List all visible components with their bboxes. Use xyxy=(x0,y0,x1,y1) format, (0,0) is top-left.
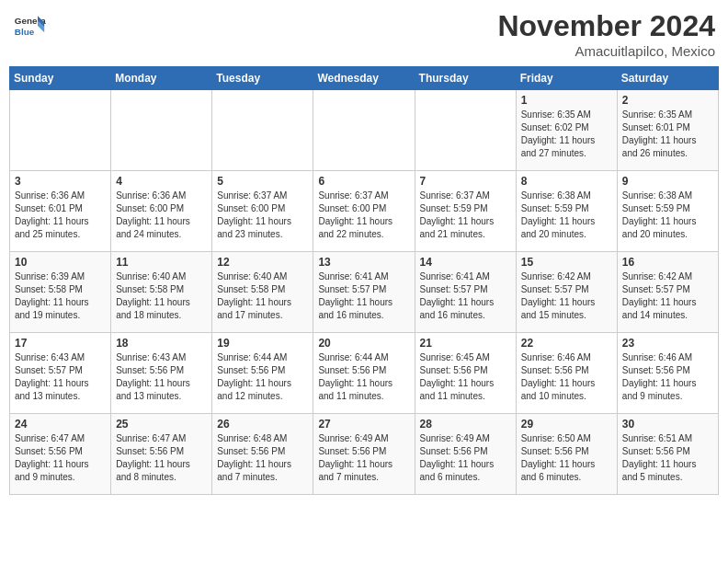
calendar-cell: 15Sunrise: 6:42 AMSunset: 5:57 PMDayligh… xyxy=(516,252,617,333)
day-number: 21 xyxy=(420,337,511,350)
day-info: Sunrise: 6:35 AMSunset: 6:02 PMDaylight:… xyxy=(521,109,612,160)
calendar-cell xyxy=(10,90,111,171)
day-number: 11 xyxy=(116,256,207,269)
weekday-header-saturday: Saturday xyxy=(617,67,718,90)
calendar-cell xyxy=(415,90,516,171)
weekday-header-friday: Friday xyxy=(516,67,617,90)
day-number: 3 xyxy=(15,175,106,188)
calendar-header-row: SundayMondayTuesdayWednesdayThursdayFrid… xyxy=(10,67,719,90)
day-number: 8 xyxy=(521,175,612,188)
calendar-cell xyxy=(111,90,212,171)
calendar-cell: 2Sunrise: 6:35 AMSunset: 6:01 PMDaylight… xyxy=(617,90,718,171)
calendar-cell: 21Sunrise: 6:45 AMSunset: 5:56 PMDayligh… xyxy=(415,333,516,414)
day-number: 25 xyxy=(116,418,207,431)
day-info: Sunrise: 6:42 AMSunset: 5:57 PMDaylight:… xyxy=(521,270,612,322)
day-number: 15 xyxy=(521,256,612,269)
day-info: Sunrise: 6:37 AMSunset: 6:00 PMDaylight:… xyxy=(318,190,409,241)
day-number: 28 xyxy=(420,418,511,431)
day-number: 24 xyxy=(15,418,106,431)
weekday-header-monday: Monday xyxy=(111,67,212,90)
day-info: Sunrise: 6:38 AMSunset: 5:59 PMDaylight:… xyxy=(521,190,612,241)
weekday-header-sunday: Sunday xyxy=(10,67,111,90)
calendar-cell: 19Sunrise: 6:44 AMSunset: 5:56 PMDayligh… xyxy=(212,333,313,414)
day-info: Sunrise: 6:36 AMSunset: 6:00 PMDaylight:… xyxy=(116,190,207,241)
location: Amacuitlapilco, Mexico xyxy=(497,43,715,59)
calendar-cell: 27Sunrise: 6:49 AMSunset: 5:56 PMDayligh… xyxy=(313,414,415,495)
day-info: Sunrise: 6:50 AMSunset: 5:56 PMDaylight:… xyxy=(521,432,612,484)
day-number: 2 xyxy=(622,94,713,107)
calendar-week-row: 1Sunrise: 6:35 AMSunset: 6:02 PMDaylight… xyxy=(10,90,719,171)
page-header: General Blue November 2024 Amacuitlapilc… xyxy=(9,9,719,59)
day-info: Sunrise: 6:39 AMSunset: 5:58 PMDaylight:… xyxy=(15,270,106,322)
day-info: Sunrise: 6:51 AMSunset: 5:56 PMDaylight:… xyxy=(622,432,713,484)
day-number: 7 xyxy=(420,175,511,188)
day-info: Sunrise: 6:48 AMSunset: 5:56 PMDaylight:… xyxy=(217,432,308,484)
day-number: 29 xyxy=(521,418,612,431)
day-info: Sunrise: 6:47 AMSunset: 5:56 PMDaylight:… xyxy=(15,432,106,484)
day-number: 13 xyxy=(318,256,409,269)
calendar-cell: 14Sunrise: 6:41 AMSunset: 5:57 PMDayligh… xyxy=(415,252,516,333)
calendar-cell: 5Sunrise: 6:37 AMSunset: 6:00 PMDaylight… xyxy=(212,171,313,252)
calendar-cell: 22Sunrise: 6:46 AMSunset: 5:56 PMDayligh… xyxy=(516,333,617,414)
calendar-cell: 24Sunrise: 6:47 AMSunset: 5:56 PMDayligh… xyxy=(10,414,111,495)
day-number: 4 xyxy=(116,175,207,188)
calendar-cell: 23Sunrise: 6:46 AMSunset: 5:56 PMDayligh… xyxy=(617,333,718,414)
day-number: 19 xyxy=(217,337,308,350)
month-title: November 2024 xyxy=(497,9,715,43)
calendar-cell: 13Sunrise: 6:41 AMSunset: 5:57 PMDayligh… xyxy=(313,252,415,333)
day-info: Sunrise: 6:36 AMSunset: 6:01 PMDaylight:… xyxy=(15,190,106,241)
calendar-cell: 30Sunrise: 6:51 AMSunset: 5:56 PMDayligh… xyxy=(617,414,718,495)
calendar-cell: 20Sunrise: 6:44 AMSunset: 5:56 PMDayligh… xyxy=(313,333,415,414)
calendar-cell: 11Sunrise: 6:40 AMSunset: 5:58 PMDayligh… xyxy=(111,252,212,333)
calendar-week-row: 17Sunrise: 6:43 AMSunset: 5:57 PMDayligh… xyxy=(10,333,719,414)
day-number: 20 xyxy=(318,337,409,350)
calendar-cell: 1Sunrise: 6:35 AMSunset: 6:02 PMDaylight… xyxy=(516,90,617,171)
day-number: 1 xyxy=(521,94,612,107)
day-number: 17 xyxy=(15,337,106,350)
day-number: 18 xyxy=(116,337,207,350)
calendar-body: 1Sunrise: 6:35 AMSunset: 6:02 PMDaylight… xyxy=(10,90,719,495)
day-number: 22 xyxy=(521,337,612,350)
day-number: 26 xyxy=(217,418,308,431)
calendar-cell: 16Sunrise: 6:42 AMSunset: 5:57 PMDayligh… xyxy=(617,252,718,333)
day-number: 6 xyxy=(318,175,409,188)
day-number: 9 xyxy=(622,175,713,188)
weekday-header-tuesday: Tuesday xyxy=(212,67,313,90)
calendar-cell: 28Sunrise: 6:49 AMSunset: 5:56 PMDayligh… xyxy=(415,414,516,495)
day-info: Sunrise: 6:35 AMSunset: 6:01 PMDaylight:… xyxy=(622,109,713,160)
day-info: Sunrise: 6:41 AMSunset: 5:57 PMDaylight:… xyxy=(420,270,511,322)
day-info: Sunrise: 6:47 AMSunset: 5:56 PMDaylight:… xyxy=(116,432,207,484)
calendar-cell xyxy=(313,90,415,171)
day-info: Sunrise: 6:45 AMSunset: 5:56 PMDaylight:… xyxy=(420,351,511,403)
calendar-cell: 7Sunrise: 6:37 AMSunset: 5:59 PMDaylight… xyxy=(415,171,516,252)
day-info: Sunrise: 6:41 AMSunset: 5:57 PMDaylight:… xyxy=(318,270,409,322)
day-info: Sunrise: 6:37 AMSunset: 6:00 PMDaylight:… xyxy=(217,190,308,241)
day-number: 23 xyxy=(622,337,713,350)
day-info: Sunrise: 6:49 AMSunset: 5:56 PMDaylight:… xyxy=(318,432,409,484)
day-number: 10 xyxy=(15,256,106,269)
calendar-cell: 17Sunrise: 6:43 AMSunset: 5:57 PMDayligh… xyxy=(10,333,111,414)
day-info: Sunrise: 6:42 AMSunset: 5:57 PMDaylight:… xyxy=(622,270,713,322)
calendar-week-row: 3Sunrise: 6:36 AMSunset: 6:01 PMDaylight… xyxy=(10,171,719,252)
calendar-cell: 25Sunrise: 6:47 AMSunset: 5:56 PMDayligh… xyxy=(111,414,212,495)
calendar-cell xyxy=(212,90,313,171)
logo-icon: General Blue xyxy=(13,9,46,42)
day-info: Sunrise: 6:46 AMSunset: 5:56 PMDaylight:… xyxy=(521,351,612,403)
day-info: Sunrise: 6:44 AMSunset: 5:56 PMDaylight:… xyxy=(217,351,308,403)
weekday-header-wednesday: Wednesday xyxy=(313,67,415,90)
calendar-cell: 10Sunrise: 6:39 AMSunset: 5:58 PMDayligh… xyxy=(10,252,111,333)
calendar-cell: 6Sunrise: 6:37 AMSunset: 6:00 PMDaylight… xyxy=(313,171,415,252)
day-info: Sunrise: 6:38 AMSunset: 5:59 PMDaylight:… xyxy=(622,190,713,241)
calendar-cell: 9Sunrise: 6:38 AMSunset: 5:59 PMDaylight… xyxy=(617,171,718,252)
day-number: 16 xyxy=(622,256,713,269)
day-number: 12 xyxy=(217,256,308,269)
calendar-week-row: 10Sunrise: 6:39 AMSunset: 5:58 PMDayligh… xyxy=(10,252,719,333)
day-info: Sunrise: 6:44 AMSunset: 5:56 PMDaylight:… xyxy=(318,351,409,403)
calendar-cell: 18Sunrise: 6:43 AMSunset: 5:56 PMDayligh… xyxy=(111,333,212,414)
calendar-cell: 29Sunrise: 6:50 AMSunset: 5:56 PMDayligh… xyxy=(516,414,617,495)
day-number: 30 xyxy=(622,418,713,431)
logo: General Blue xyxy=(13,9,46,42)
calendar-table: SundayMondayTuesdayWednesdayThursdayFrid… xyxy=(9,66,719,495)
day-number: 27 xyxy=(318,418,409,431)
day-info: Sunrise: 6:40 AMSunset: 5:58 PMDaylight:… xyxy=(217,270,308,322)
